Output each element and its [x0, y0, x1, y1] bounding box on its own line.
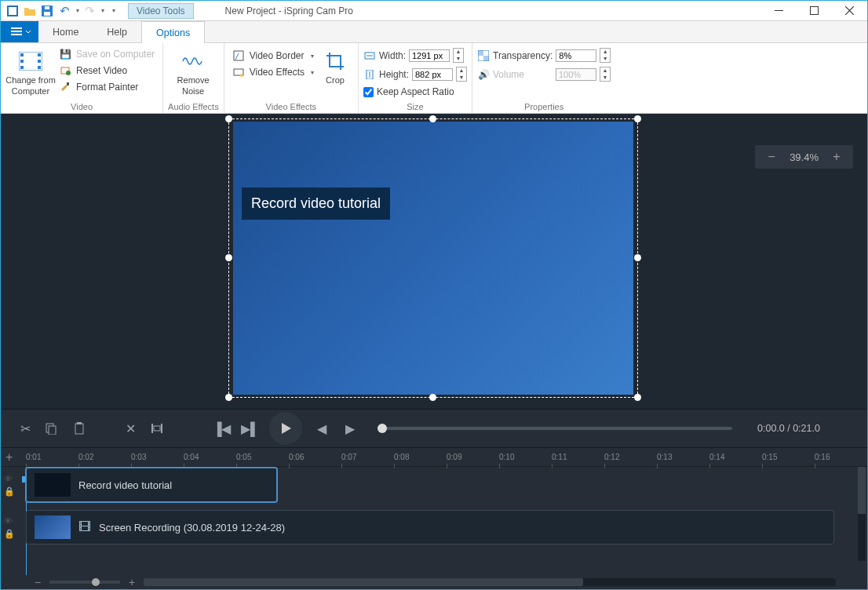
svg-rect-15 [38, 60, 41, 63]
paste-button[interactable] [73, 422, 90, 435]
tab-home[interactable]: Home [38, 21, 93, 42]
remove-noise-label-1: Remove [177, 75, 210, 85]
undo-dropdown-icon[interactable]: ▾ [76, 7, 79, 14]
cut-button[interactable]: ✂ [16, 421, 34, 436]
reset-video-button[interactable]: Reset Video [56, 64, 158, 78]
track-text-controls[interactable]: 👁🔒 [4, 474, 15, 497]
tab-options[interactable]: Options [141, 21, 205, 43]
add-track-button[interactable]: + [5, 450, 13, 464]
clip-recording[interactable]: 🎞 Screen Recording (30.08.2019 12-24-28) [26, 510, 834, 544]
trim-button[interactable] [150, 422, 167, 435]
height-label: Height: [379, 69, 409, 80]
handle-ne[interactable] [634, 115, 641, 122]
effects-icon [232, 66, 245, 78]
ruler-tick: 0:04 [184, 453, 236, 461]
handle-sw[interactable] [225, 394, 232, 401]
timeline-zoom-in[interactable]: + [126, 576, 137, 588]
redo-icon: ↷ [82, 4, 97, 18]
video-effects-button[interactable]: Video Effects▾ [229, 65, 317, 79]
close-button[interactable] [832, 1, 867, 20]
crop-button[interactable]: Crop [317, 46, 353, 85]
timeline-hscroll[interactable] [144, 578, 836, 586]
vscroll-thumb[interactable] [858, 467, 866, 514]
ruler-tick: 0:06 [289, 453, 341, 461]
file-menu-button[interactable] [1, 21, 38, 42]
seek-handle[interactable] [377, 424, 387, 433]
open-icon[interactable] [23, 4, 37, 18]
timeline-ruler[interactable]: + 0:010:020:030:040:050:060:070:080:090:… [1, 448, 867, 467]
seek-bar[interactable] [377, 427, 732, 430]
paintbrush-icon [59, 81, 71, 93]
crop-label: Crop [326, 75, 345, 85]
timeline-zoom-out[interactable]: − [32, 576, 43, 588]
keep-aspect-checkbox[interactable] [363, 87, 374, 97]
delete-button[interactable]: ✕ [122, 421, 139, 436]
handle-se[interactable] [634, 394, 641, 401]
track-video-controls[interactable]: 👁🔒 [4, 516, 15, 539]
format-painter-button[interactable]: Format Painter [56, 80, 158, 94]
contextual-tab-label[interactable]: Video Tools [128, 3, 194, 19]
redo-dropdown-icon[interactable]: ▾ [101, 7, 104, 14]
width-spinner[interactable]: ▲▼ [453, 48, 464, 63]
undo-icon[interactable]: ↶ [57, 4, 71, 18]
zoom-control: − 39.4% + [755, 145, 853, 169]
svg-rect-4 [45, 6, 49, 9]
play-button[interactable] [269, 412, 302, 445]
ruler-tick: 0:14 [709, 453, 762, 461]
next-button[interactable]: ▶▌ [241, 421, 258, 436]
handle-e[interactable] [634, 254, 641, 261]
group-effects-label: Video Effects [229, 100, 353, 113]
canvas[interactable]: Record video tutorial − 39.4% + [1, 114, 867, 409]
video-border-button[interactable]: Video Border▾ [229, 49, 317, 63]
timeline-zoom-slider[interactable] [49, 581, 120, 584]
track-video: 👁🔒 🎞 Screen Recording (30.08.2019 12-24-… [26, 509, 867, 545]
remove-noise-label-2: Noise [182, 86, 204, 96]
tracks: 👁🔒 Record video tutorial 👁🔒 🎞 Screen Rec… [1, 467, 867, 575]
handle-n[interactable] [429, 115, 436, 122]
handle-w[interactable] [225, 254, 232, 261]
svg-rect-20 [234, 51, 243, 60]
lock-icon[interactable]: 🔒 [4, 486, 15, 497]
handle-s[interactable] [429, 394, 436, 401]
handle-nw[interactable] [225, 115, 232, 122]
zoom-in-button[interactable]: + [830, 150, 844, 164]
svg-rect-32 [154, 426, 160, 431]
selection-frame[interactable] [228, 118, 638, 398]
timeline-vscroll[interactable] [858, 467, 866, 561]
eye-icon[interactable]: 👁 [4, 474, 15, 483]
eye-icon[interactable]: 👁 [4, 516, 15, 526]
tab-help[interactable]: Help [93, 21, 141, 42]
maximize-button[interactable] [797, 1, 832, 20]
keep-aspect-row[interactable]: Keep Aspect Ratio [363, 85, 467, 99]
clip-text-thumb [35, 473, 71, 497]
height-row: Height: ▲▼ [363, 66, 467, 82]
step-forward-button[interactable]: ▶ [341, 421, 359, 436]
svg-rect-30 [75, 424, 83, 434]
copy-button[interactable] [45, 422, 62, 435]
timeline-zoom-handle[interactable] [92, 578, 100, 586]
svg-point-18 [66, 71, 71, 75]
svg-rect-11 [20, 53, 24, 56]
height-spinner[interactable]: ▲▼ [456, 67, 467, 82]
group-size-label: Size [363, 100, 467, 113]
transparency-label: Transparency: [493, 50, 553, 61]
prev-button[interactable]: ▐◀ [213, 421, 230, 436]
change-from-computer-button[interactable]: Change from Computer [5, 46, 56, 96]
width-input[interactable] [409, 49, 450, 62]
save-icon[interactable] [40, 4, 54, 18]
height-input[interactable] [412, 68, 453, 81]
lock-icon[interactable]: 🔒 [4, 529, 15, 539]
clip-text[interactable]: Record video tutorial [26, 468, 277, 502]
transparency-spinner[interactable]: ▲▼ [600, 48, 611, 63]
step-back-button[interactable]: ◀ [313, 421, 330, 436]
zoom-out-button[interactable]: − [764, 150, 779, 164]
ruler-tick: 0:13 [657, 453, 709, 461]
minimize-button[interactable] [761, 1, 797, 20]
remove-noise-button[interactable]: Remove Noise [168, 46, 218, 96]
svg-rect-27 [483, 56, 489, 61]
group-video: Change from Computer 💾Save on Computer R… [1, 43, 163, 113]
hscroll-thumb[interactable] [144, 578, 583, 586]
window-title: New Project - iSpring Cam Pro [194, 5, 761, 16]
qat-customize-icon[interactable]: ▾ [112, 7, 115, 14]
transparency-input[interactable] [556, 49, 596, 62]
